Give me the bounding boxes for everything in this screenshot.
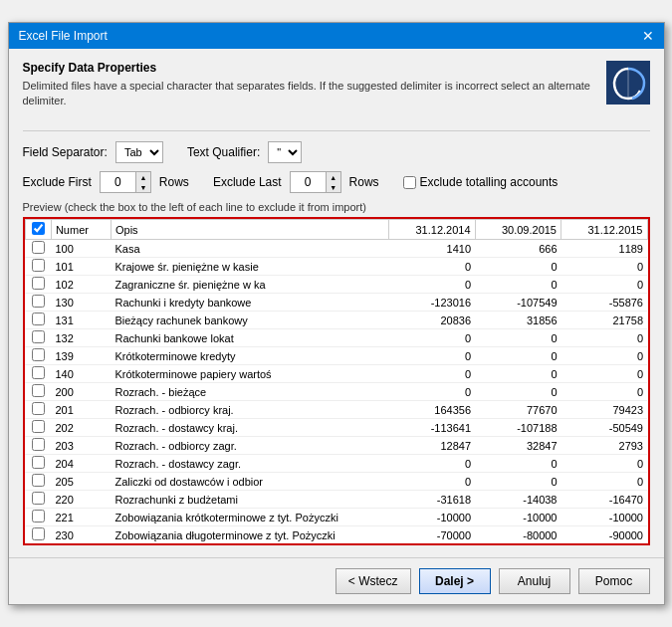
row-checkbox-cell[interactable]	[25, 294, 51, 312]
row-checkbox-cell[interactable]	[25, 276, 51, 294]
row-checkbox-cell[interactable]	[25, 401, 51, 419]
exclude-totalling-checkbox-label[interactable]: Exclude totalling accounts	[403, 175, 559, 189]
cell-opis: Zobowiązania krótkoterminowe z tyt. Poży…	[111, 509, 388, 526]
close-button[interactable]: ✕	[642, 29, 654, 43]
header-area: Specify Data Properties Delimited files …	[23, 61, 650, 132]
row-checkbox[interactable]	[32, 295, 45, 308]
cell-c3: 0	[561, 383, 648, 401]
row-checkbox[interactable]	[32, 527, 45, 540]
row-checkbox[interactable]	[32, 510, 45, 522]
cell-opis: Rozrach. - dostawcy zagr.	[111, 455, 388, 473]
row-checkbox-cell[interactable]	[25, 329, 51, 347]
exclude-first-input[interactable]	[100, 171, 135, 193]
table-row: 140 Krótkoterminowe papiery wartoś 0 0 0	[25, 365, 647, 383]
table-row: 130 Rachunki i kredyty bankowe -123016 -…	[25, 294, 647, 312]
logo-icon	[606, 61, 650, 104]
row-checkbox[interactable]	[32, 420, 45, 433]
cell-c1: 0	[389, 383, 475, 401]
row-checkbox[interactable]	[32, 438, 45, 451]
row-checkbox[interactable]	[32, 402, 45, 415]
text-qualifier-label: Text Qualifier:	[187, 145, 260, 159]
text-qualifier-select[interactable]: "	[268, 141, 302, 163]
cell-c2: -80000	[475, 526, 560, 544]
help-button[interactable]: Pomoc	[578, 568, 650, 594]
row-checkbox[interactable]	[32, 313, 45, 325]
exclude-last-up[interactable]: ▲	[327, 172, 340, 182]
exclude-last-input[interactable]	[290, 171, 326, 193]
row-checkbox[interactable]	[32, 492, 45, 505]
exclude-first-down[interactable]: ▼	[136, 182, 150, 192]
row-checkbox-cell[interactable]	[25, 491, 51, 509]
cell-c3: 0	[561, 347, 648, 365]
row-checkbox[interactable]	[32, 241, 45, 254]
next-button[interactable]: Dalej >	[419, 568, 491, 594]
exclude-last-spinner: ▲ ▼	[290, 171, 341, 193]
row-checkbox-cell[interactable]	[25, 312, 51, 329]
separator-qualifier-row: Field Separator: Tab Text Qualifier: "	[23, 141, 650, 163]
cell-opis: Rozrach. - odbiorcy zagr.	[111, 437, 388, 455]
exclude-totalling-checkbox[interactable]	[403, 176, 416, 189]
cell-numer: 131	[51, 312, 111, 329]
cell-c2: 0	[475, 329, 560, 347]
row-checkbox[interactable]	[32, 348, 45, 361]
field-separator-select[interactable]: Tab	[115, 141, 163, 163]
table-header-row: Numer Opis 31.12.2014 30.09.2015 31.12.2…	[25, 220, 647, 240]
cell-c2: 0	[475, 365, 560, 383]
row-checkbox-cell[interactable]	[25, 544, 51, 546]
cell-opis: Krótkoterminowe kredyty	[111, 347, 388, 365]
cell-c2: -107188	[475, 419, 560, 437]
cell-numer: 130	[51, 294, 111, 312]
cell-c2: 0	[475, 276, 560, 294]
cell-opis: Rachunki bankowe lokat	[111, 329, 388, 347]
row-checkbox-cell[interactable]	[25, 526, 51, 544]
row-checkbox[interactable]	[32, 474, 45, 487]
header-checkbox-cell[interactable]	[25, 220, 51, 240]
row-checkbox[interactable]	[32, 259, 45, 272]
preview-table-container[interactable]: Numer Opis 31.12.2014 30.09.2015 31.12.2…	[23, 217, 650, 545]
cell-c3: 0	[561, 473, 648, 491]
cell-c1: 1410	[389, 240, 475, 258]
row-checkbox-cell[interactable]	[25, 258, 51, 276]
row-checkbox-cell[interactable]	[25, 365, 51, 383]
row-checkbox-cell[interactable]	[25, 473, 51, 491]
cell-c1: -70000	[389, 526, 475, 544]
exclude-first-up[interactable]: ▲	[136, 172, 150, 182]
cell-c2: 0	[475, 544, 560, 546]
field-separator-label: Field Separator:	[23, 145, 108, 159]
row-checkbox[interactable]	[32, 384, 45, 397]
exclude-row: Exclude First ▲ ▼ Rows Exclude Last ▲ ▼ …	[23, 171, 650, 193]
row-checkbox-cell[interactable]	[25, 383, 51, 401]
table-row: 230 Zobowiązania długoterminowe z tyt. P…	[25, 526, 647, 544]
cell-c3: -16470	[561, 491, 648, 509]
table-row: 221 Zobowiązania krótkoterminowe z tyt. …	[25, 509, 647, 526]
row-checkbox-cell[interactable]	[25, 347, 51, 365]
row-checkbox-cell[interactable]	[25, 240, 51, 258]
row-checkbox-cell[interactable]	[25, 437, 51, 455]
cell-c2: 31856	[475, 312, 560, 329]
cell-numer: 101	[51, 258, 111, 276]
table-row: 203 Rozrach. - odbiorcy zagr. 12847 3284…	[25, 437, 647, 455]
back-button[interactable]: < Wstecz	[336, 568, 411, 594]
row-checkbox[interactable]	[32, 456, 45, 469]
exclude-last-down[interactable]: ▼	[327, 182, 340, 192]
cell-c1: -123016	[389, 294, 475, 312]
cell-opis: Zagraniczne śr. pieniężne w ka	[111, 276, 388, 294]
row-checkbox[interactable]	[32, 277, 45, 290]
row-checkbox[interactable]	[32, 366, 45, 379]
row-checkbox-cell[interactable]	[25, 509, 51, 526]
row-checkbox[interactable]	[32, 330, 45, 343]
cell-opis: Zaliczki od dostawców i odbior	[111, 473, 388, 491]
cell-c1: 0	[389, 365, 475, 383]
row-checkbox-cell[interactable]	[25, 455, 51, 473]
cell-c1: 0	[389, 473, 475, 491]
select-all-checkbox[interactable]	[32, 222, 45, 235]
cell-opis: Kasa	[111, 240, 388, 258]
row-checkbox-cell[interactable]	[25, 419, 51, 437]
cell-c2: 77670	[475, 401, 560, 419]
cell-c2: -14038	[475, 491, 560, 509]
cancel-button[interactable]: Anuluj	[499, 568, 570, 594]
cell-opis: Inne rozrach.z prac.	[111, 544, 388, 546]
cell-numer: 202	[51, 419, 111, 437]
cell-c2: -107549	[475, 294, 560, 312]
cell-c1: 0	[389, 347, 475, 365]
